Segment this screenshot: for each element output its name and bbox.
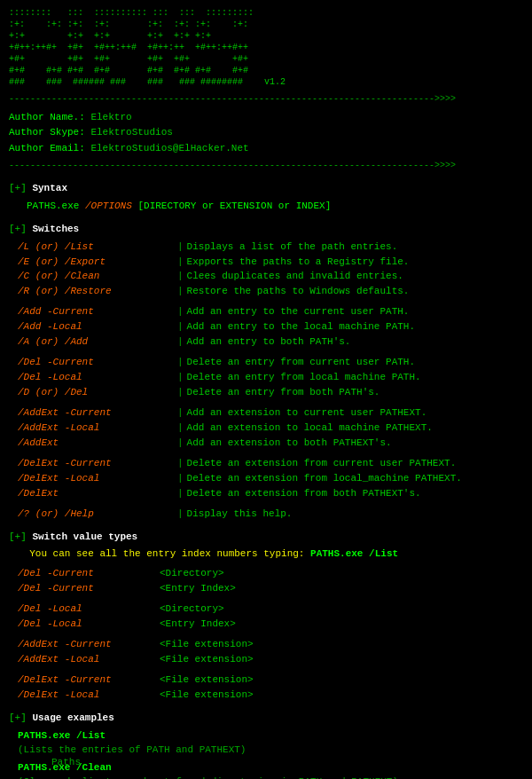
switch-value-types-header: [+] Switch value types	[9, 531, 523, 545]
switch-row-restore: /R (or) /Restore | Restore the paths to …	[18, 285, 523, 299]
switch-row-add-local: /Add -Local | Add an entry to the local …	[18, 320, 523, 334]
author-name-value: Elektro	[90, 112, 131, 122]
value-row-del-current-idx: /Del -Current <Entry Index>	[18, 582, 523, 596]
switch-row-delext-current: /DelExt -Current | Delete an extension f…	[18, 457, 523, 471]
ascii-art-header: :::::::: ::: :::::::::: ::: ::: ::::::::…	[9, 7, 523, 88]
usage-examples-section: [+] Usage examples PATHS.exe /List (List…	[9, 712, 523, 779]
switches-header: [+] Switches	[9, 223, 523, 237]
author-section: Author Name.: Elektro Author Skype: Elek…	[9, 110, 523, 157]
switch-row-help: /? (or) /Help | Display this help.	[18, 508, 523, 522]
value-row-del-local-idx: /Del -Local <Entry Index>	[18, 618, 523, 632]
switch-row-del-local: /Del -Local | Delete an entry from local…	[18, 371, 523, 385]
switch-value-types-section: [+] Switch value types You can see all t…	[9, 531, 523, 703]
value-types-info: You can see all the entry index numbers …	[18, 547, 523, 562]
syntax-header: [+] Syntax	[9, 182, 523, 196]
switch-row-addext-local: /AddExt -Local | Add an extension to loc…	[18, 421, 523, 436]
value-row-addext-local-file: /AddExt -Local <File extension>	[18, 653, 523, 667]
switch-row-addext-current: /AddExt -Current | Add an extension to c…	[18, 406, 523, 421]
switch-row-del: /D (or) /Del | Delete an entry from both…	[18, 386, 523, 400]
switches-table: /L (or) /List | Displays a list of the p…	[18, 240, 523, 522]
switch-row-addext: /AddExt | Add an extension to both PATHE…	[18, 437, 523, 451]
value-row-del-current-dir: /Del -Current <Directory>	[18, 567, 523, 581]
switch-row-list: /L (or) /List | Displays a list of the p…	[18, 240, 523, 255]
switch-row-clean: /C (or) /Clean | Clees duplicates and in…	[18, 270, 523, 284]
divider-top: ----------------------------------------…	[9, 93, 523, 106]
value-row-del-local-dir: /Del -Local <Directory>	[18, 602, 523, 617]
author-email-label: Author Email:	[9, 143, 90, 153]
usage-example-clean: PATHS.exe /Clean (Cleans duplicates and …	[18, 761, 523, 779]
author-skype-value: ElektroStudios	[90, 127, 172, 138]
value-row-delext-current-file: /DelExt -Current <File extension>	[18, 673, 523, 688]
value-types-content: You can see all the entry index numbers …	[18, 547, 523, 702]
usage-example-list: PATHS.exe /List (Lists the entries of PA…	[18, 729, 523, 758]
switch-row-add: /A (or) /Add | Add an entry to both PATH…	[18, 335, 523, 350]
switches-section: [+] Switches /L (or) /List | Displays a …	[9, 223, 523, 522]
divider-bottom: ----------------------------------------…	[9, 160, 523, 173]
author-name-label: Author Name.:	[9, 112, 90, 122]
switch-row-export: /E (or) /Export | Expports the paths to …	[18, 256, 523, 270]
switch-row-add-current: /Add -Current | Add an entry to the curr…	[18, 305, 523, 319]
usage-examples-header: [+] Usage examples	[9, 712, 523, 726]
value-row-delext-local-file: /DelExt -Local <File extension>	[18, 689, 523, 703]
switch-row-delext: /DelExt | Delete an extension from both …	[18, 487, 523, 501]
author-email-line: Author Email: ElektroStudios@ElHacker.Ne…	[9, 141, 523, 157]
switch-row-del-current: /Del -Current | Delete an entry from cur…	[18, 356, 523, 370]
author-name-line: Author Name.: Elektro	[9, 110, 523, 126]
author-email-value: ElektroStudios@ElHacker.Net	[90, 143, 248, 153]
author-skype-line: Author Skype: ElektroStudios	[9, 125, 523, 141]
value-row-addext-current-file: /AddExt -Current <File extension>	[18, 638, 523, 652]
syntax-content: PATHS.exe /OPTIONS [DIRECTORY or EXTENSI…	[27, 200, 523, 214]
footer-paths-label: Paths	[51, 756, 81, 770]
syntax-section: [+] Syntax PATHS.exe /OPTIONS [DIRECTORY…	[9, 182, 523, 214]
switch-row-delext-local: /DelExt -Local | Delete an extension fro…	[18, 472, 523, 486]
author-skype-label: Author Skype:	[9, 127, 90, 138]
usage-content: PATHS.exe /List (Lists the entries of PA…	[18, 729, 523, 779]
